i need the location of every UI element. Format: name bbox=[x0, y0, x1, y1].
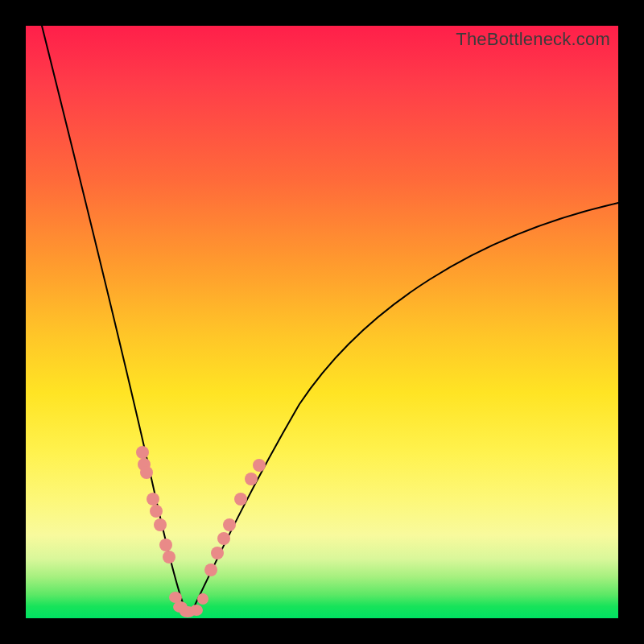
curve-dot bbox=[253, 459, 266, 472]
curve-dot bbox=[150, 505, 163, 518]
curve-dot bbox=[204, 564, 217, 576]
curve-dot bbox=[245, 473, 258, 485]
curve-dot bbox=[147, 493, 159, 506]
curve-dot bbox=[140, 466, 153, 479]
curve-dot bbox=[163, 551, 175, 564]
curve-dot bbox=[211, 547, 224, 559]
curve-dot bbox=[217, 532, 230, 545]
curve-dot bbox=[169, 592, 182, 603]
plot-area: TheBottleneck.com bbox=[26, 26, 618, 618]
curve-dot bbox=[197, 593, 208, 605]
chart-frame: TheBottleneck.com bbox=[0, 0, 644, 644]
curve-dot bbox=[159, 539, 172, 551]
curve-dot bbox=[136, 446, 149, 459]
curve-layer bbox=[26, 26, 618, 618]
curve-dot bbox=[190, 605, 203, 616]
curve-dot bbox=[154, 518, 167, 531]
curve-dot bbox=[234, 493, 247, 506]
curve-dot bbox=[223, 518, 236, 531]
right-curve bbox=[191, 203, 618, 613]
